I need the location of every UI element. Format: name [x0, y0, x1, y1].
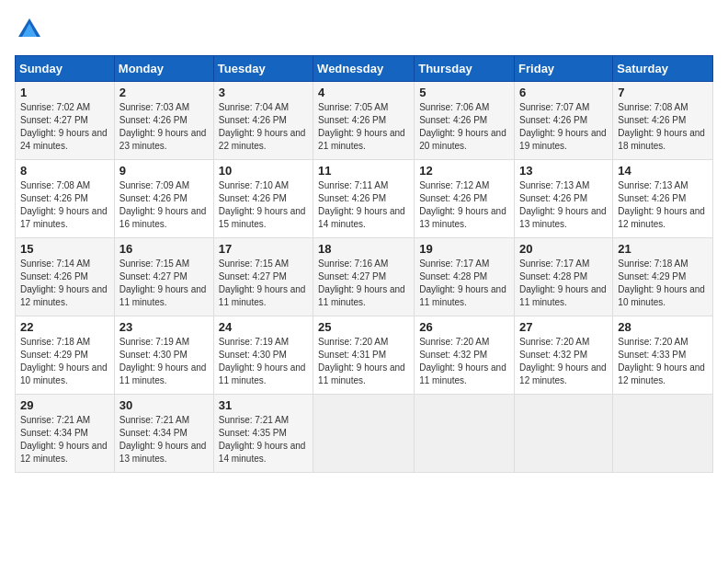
calendar-cell: 10Sunrise: 7:10 AMSunset: 4:26 PMDayligh… [213, 160, 313, 238]
day-number: 1 [20, 86, 109, 99]
day-info: Sunrise: 7:15 AMSunset: 4:27 PMDaylight:… [219, 258, 308, 309]
header-thursday: Thursday [415, 56, 515, 82]
calendar-cell: 3Sunrise: 7:04 AMSunset: 4:26 PMDaylight… [213, 82, 313, 160]
day-info: Sunrise: 7:20 AMSunset: 4:31 PMDaylight:… [318, 336, 409, 387]
calendar-cell: 21Sunrise: 7:18 AMSunset: 4:29 PMDayligh… [613, 238, 713, 316]
day-number: 12 [419, 164, 509, 178]
day-number: 20 [519, 242, 608, 256]
day-number: 29 [20, 398, 109, 412]
day-number: 26 [419, 320, 509, 334]
calendar-header-row: SundayMondayTuesdayWednesdayThursdayFrid… [16, 56, 713, 82]
day-info: Sunrise: 7:11 AMSunset: 4:26 PMDaylight:… [318, 179, 409, 231]
day-info: Sunrise: 7:13 AMSunset: 4:26 PMDaylight:… [519, 179, 608, 231]
header-wednesday: Wednesday [313, 56, 415, 82]
day-info: Sunrise: 7:19 AMSunset: 4:30 PMDaylight:… [119, 336, 209, 387]
day-info: Sunrise: 7:09 AMSunset: 4:26 PMDaylight:… [119, 179, 209, 231]
calendar-row-1: 1Sunrise: 7:02 AMSunset: 4:27 PMDaylight… [16, 82, 713, 160]
day-number: 8 [20, 164, 109, 178]
header-friday: Friday [515, 56, 613, 82]
calendar-cell: 16Sunrise: 7:15 AMSunset: 4:27 PMDayligh… [114, 238, 213, 316]
day-info: Sunrise: 7:17 AMSunset: 4:28 PMDaylight:… [519, 258, 608, 309]
calendar-cell: 12Sunrise: 7:12 AMSunset: 4:26 PMDayligh… [415, 160, 515, 238]
calendar-cell [515, 395, 613, 473]
day-info: Sunrise: 7:02 AMSunset: 4:27 PMDaylight:… [20, 101, 109, 153]
day-number: 17 [219, 242, 308, 256]
calendar-cell: 7Sunrise: 7:08 AMSunset: 4:26 PMDaylight… [613, 82, 713, 160]
day-number: 31 [219, 398, 308, 412]
calendar-cell: 27Sunrise: 7:20 AMSunset: 4:32 PMDayligh… [515, 316, 613, 395]
calendar-row-2: 8Sunrise: 7:08 AMSunset: 4:26 PMDaylight… [16, 160, 713, 238]
day-info: Sunrise: 7:21 AMSunset: 4:34 PMDaylight:… [119, 414, 209, 465]
calendar-cell: 14Sunrise: 7:13 AMSunset: 4:26 PMDayligh… [613, 160, 713, 238]
day-number: 19 [419, 242, 509, 256]
day-number: 5 [419, 86, 509, 99]
calendar-row-4: 22Sunrise: 7:18 AMSunset: 4:29 PMDayligh… [16, 316, 713, 395]
day-info: Sunrise: 7:15 AMSunset: 4:27 PMDaylight:… [119, 258, 209, 309]
day-info: Sunrise: 7:10 AMSunset: 4:26 PMDaylight:… [219, 179, 308, 231]
day-info: Sunrise: 7:21 AMSunset: 4:35 PMDaylight:… [219, 414, 308, 465]
calendar-row-5: 29Sunrise: 7:21 AMSunset: 4:34 PMDayligh… [16, 395, 713, 473]
page-header [15, 15, 713, 44]
calendar-cell: 9Sunrise: 7:09 AMSunset: 4:26 PMDaylight… [114, 160, 213, 238]
day-info: Sunrise: 7:16 AMSunset: 4:27 PMDaylight:… [318, 258, 409, 309]
day-info: Sunrise: 7:14 AMSunset: 4:26 PMDaylight:… [20, 258, 109, 309]
day-info: Sunrise: 7:20 AMSunset: 4:32 PMDaylight:… [519, 336, 608, 387]
day-info: Sunrise: 7:04 AMSunset: 4:26 PMDaylight:… [219, 101, 308, 153]
day-number: 22 [20, 320, 109, 334]
calendar-cell [313, 395, 415, 473]
calendar-cell: 26Sunrise: 7:20 AMSunset: 4:32 PMDayligh… [415, 316, 515, 395]
day-number: 13 [519, 164, 608, 178]
calendar-cell: 1Sunrise: 7:02 AMSunset: 4:27 PMDaylight… [16, 82, 115, 160]
calendar-cell: 15Sunrise: 7:14 AMSunset: 4:26 PMDayligh… [16, 238, 115, 316]
day-info: Sunrise: 7:07 AMSunset: 4:26 PMDaylight:… [519, 101, 608, 153]
calendar-cell: 29Sunrise: 7:21 AMSunset: 4:34 PMDayligh… [16, 395, 115, 473]
day-number: 6 [519, 86, 608, 99]
calendar-cell: 24Sunrise: 7:19 AMSunset: 4:30 PMDayligh… [213, 316, 313, 395]
day-info: Sunrise: 7:19 AMSunset: 4:30 PMDaylight:… [219, 336, 308, 387]
day-number: 10 [219, 164, 308, 178]
calendar-cell: 6Sunrise: 7:07 AMSunset: 4:26 PMDaylight… [515, 82, 613, 160]
day-info: Sunrise: 7:05 AMSunset: 4:26 PMDaylight:… [318, 101, 409, 153]
day-number: 11 [318, 164, 409, 178]
logo [15, 15, 48, 44]
day-info: Sunrise: 7:08 AMSunset: 4:26 PMDaylight:… [618, 101, 708, 153]
day-number: 30 [119, 398, 209, 412]
day-info: Sunrise: 7:20 AMSunset: 4:33 PMDaylight:… [618, 336, 708, 387]
day-number: 27 [519, 320, 608, 334]
calendar-cell: 4Sunrise: 7:05 AMSunset: 4:26 PMDaylight… [313, 82, 415, 160]
day-number: 25 [318, 320, 409, 334]
day-number: 16 [119, 242, 209, 256]
calendar-cell: 17Sunrise: 7:15 AMSunset: 4:27 PMDayligh… [213, 238, 313, 316]
calendar-cell: 18Sunrise: 7:16 AMSunset: 4:27 PMDayligh… [313, 238, 415, 316]
calendar-cell: 22Sunrise: 7:18 AMSunset: 4:29 PMDayligh… [16, 316, 115, 395]
calendar-cell: 31Sunrise: 7:21 AMSunset: 4:35 PMDayligh… [213, 395, 313, 473]
calendar-cell: 11Sunrise: 7:11 AMSunset: 4:26 PMDayligh… [313, 160, 415, 238]
day-number: 7 [618, 86, 708, 99]
calendar-table: SundayMondayTuesdayWednesdayThursdayFrid… [15, 55, 713, 473]
day-number: 2 [119, 86, 209, 99]
day-number: 14 [618, 164, 708, 178]
day-number: 23 [119, 320, 209, 334]
header-tuesday: Tuesday [213, 56, 313, 82]
day-number: 4 [318, 86, 409, 99]
day-number: 18 [318, 242, 409, 256]
day-info: Sunrise: 7:12 AMSunset: 4:26 PMDaylight:… [419, 179, 509, 231]
calendar-cell: 23Sunrise: 7:19 AMSunset: 4:30 PMDayligh… [114, 316, 213, 395]
header-sunday: Sunday [16, 56, 115, 82]
day-number: 28 [618, 320, 708, 334]
header-saturday: Saturday [613, 56, 713, 82]
day-info: Sunrise: 7:08 AMSunset: 4:26 PMDaylight:… [20, 179, 109, 231]
day-number: 21 [618, 242, 708, 256]
day-info: Sunrise: 7:20 AMSunset: 4:32 PMDaylight:… [419, 336, 509, 387]
day-info: Sunrise: 7:18 AMSunset: 4:29 PMDaylight:… [618, 258, 708, 309]
day-info: Sunrise: 7:13 AMSunset: 4:26 PMDaylight:… [618, 179, 708, 231]
calendar-cell: 13Sunrise: 7:13 AMSunset: 4:26 PMDayligh… [515, 160, 613, 238]
header-monday: Monday [114, 56, 213, 82]
calendar-cell: 19Sunrise: 7:17 AMSunset: 4:28 PMDayligh… [415, 238, 515, 316]
calendar-cell: 25Sunrise: 7:20 AMSunset: 4:31 PMDayligh… [313, 316, 415, 395]
day-info: Sunrise: 7:18 AMSunset: 4:29 PMDaylight:… [20, 336, 109, 387]
day-number: 9 [119, 164, 209, 178]
day-number: 15 [20, 242, 109, 256]
calendar-cell: 28Sunrise: 7:20 AMSunset: 4:33 PMDayligh… [613, 316, 713, 395]
calendar-cell: 2Sunrise: 7:03 AMSunset: 4:26 PMDaylight… [114, 82, 213, 160]
